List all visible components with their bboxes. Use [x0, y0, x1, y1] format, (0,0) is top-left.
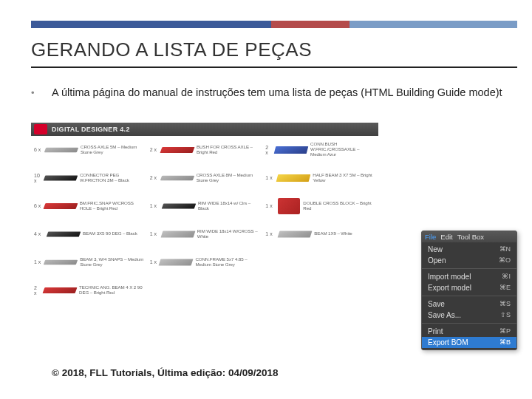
- part-qty: 1 x: [34, 259, 41, 265]
- menu-divider: [422, 323, 516, 324]
- parts-list-screenshot: DIGITAL DESIGNER 4.2 6 xCROSS AXLE 5M – …: [31, 123, 378, 337]
- part-qty: 1 x: [150, 231, 159, 236]
- part-thumb-icon: [44, 147, 78, 151]
- menu-item-save-as-[interactable]: Save As...⇧S: [422, 310, 516, 321]
- part-qty: 2 x: [265, 145, 272, 155]
- parts-cell: 10 xCONNECTOR PEG W.FRICTION 3M – Black: [31, 164, 147, 192]
- menu-item-shortcut: ⌘B: [499, 338, 511, 347]
- menu-item-new[interactable]: New⌘N: [422, 244, 516, 255]
- menu-divider: [422, 296, 516, 296]
- part-thumb-icon: [278, 231, 313, 237]
- parts-cell: [262, 276, 378, 304]
- part-qty: 6 x: [34, 203, 41, 208]
- menu-item-label: Print: [428, 327, 443, 335]
- menu-item-shortcut: ⌘N: [499, 245, 511, 253]
- slide-title: GERANDO A LISTA DE PEÇAS: [31, 38, 517, 61]
- ldd-title-text: DIGITAL DESIGNER 4.2: [52, 126, 130, 133]
- parts-cell: 6 xCROSS AXLE 5M – Medium Stone Grey: [31, 136, 147, 164]
- menu-item-label: Save: [428, 300, 445, 308]
- parts-cell: 2 xBUSH FOR CROSS AXLE – Bright Red: [147, 136, 263, 164]
- part-qty: 1 x: [265, 203, 275, 208]
- part-name: BM.FRIC.SNAP W/CROSS HOLE – Bright Red: [80, 201, 144, 211]
- part-qty: 6 x: [34, 147, 42, 152]
- parts-cell: 1 xHALF BEAM 3 X7 5M – Bright Yellow: [262, 164, 378, 192]
- menu-tab-toolbox[interactable]: Tool Box: [457, 233, 484, 241]
- parts-cell: 1 xRIM WIDE 18x14 W/CROSS – White: [147, 220, 263, 248]
- part-name: HALF BEAM 3 X7 5M – Bright Yellow: [313, 173, 375, 183]
- part-name: BEAM 3X5 90 DEG – Black: [83, 231, 137, 236]
- part-name: CROSS AXLE 5M – Medium Stone Grey: [81, 145, 144, 155]
- part-qty: 1 x: [150, 203, 160, 208]
- part-qty: 10 x: [34, 173, 41, 183]
- parts-cell: 1 xBEAM 1X9 – White: [262, 220, 378, 248]
- parts-cell: [262, 248, 378, 276]
- part-thumb-icon: [160, 231, 195, 237]
- menu-item-label: Export BOM: [428, 338, 468, 347]
- part-qty: 4 x: [34, 231, 44, 236]
- body-paragraph: A última página do manual de instruções …: [52, 86, 510, 100]
- parts-cell: 1 xCONN.FRAME 5x7 4.85 – Medium Stone Gr…: [147, 248, 263, 276]
- part-name: RIM WIDE 18x14 W/CROSS – White: [197, 229, 260, 239]
- menu-tab-file[interactable]: File: [425, 233, 436, 241]
- part-thumb-icon: [44, 175, 78, 180]
- parts-cell: 2 xCONN.BUSH W.FRIC./CROSSAXLE – Medium …: [262, 136, 378, 164]
- part-name: DOUBLE CROSS BLOCK – Bright Red: [303, 201, 375, 211]
- part-name: BUSH FOR CROSS AXLE – Bright Red: [197, 145, 259, 155]
- part-thumb-icon: [43, 202, 78, 208]
- menu-item-label: Export model: [428, 284, 471, 292]
- part-thumb-icon: [160, 146, 194, 152]
- part-name: RIM WIDE 18x14 w/ Clrs – Black: [198, 201, 259, 211]
- menu-item-shortcut: ⌘P: [499, 327, 511, 335]
- part-thumb-icon: [162, 203, 197, 208]
- part-qty: 2 x: [150, 147, 158, 152]
- menu-item-label: Open: [428, 256, 446, 265]
- part-name: TECHNIC ANG. BEAM 4 X 2 90 DEG – Bright …: [79, 285, 144, 296]
- part-thumb-icon: [278, 198, 300, 214]
- menu-item-label: Import model: [428, 273, 471, 281]
- part-qty: 1 x: [265, 231, 276, 236]
- menu-item-shortcut: ⌘I: [502, 273, 511, 281]
- lego-logo-icon: [34, 124, 47, 134]
- part-name: CONNECTOR PEG W.FRICTION 3M – Black: [80, 173, 144, 183]
- menu-item-shortcut: ⇧S: [500, 311, 511, 319]
- part-thumb-icon: [159, 259, 194, 265]
- title-accent-bar: [31, 21, 517, 28]
- menu-item-export-model[interactable]: Export model⌘E: [422, 282, 516, 293]
- menu-item-label: New: [428, 245, 443, 253]
- bullet-marker: •: [31, 87, 35, 98]
- part-name: BEAM 1X9 – White: [314, 231, 352, 236]
- menu-item-shortcut: ⌘E: [499, 284, 511, 292]
- menu-divider: [422, 268, 516, 269]
- part-thumb-icon: [47, 231, 81, 236]
- file-menu-popup: File Edit Tool Box New⌘NOpen⌘OImport mod…: [421, 231, 517, 350]
- menu-item-save[interactable]: Save⌘S: [422, 299, 516, 310]
- menu-item-print[interactable]: Print⌘P: [422, 326, 516, 337]
- menu-tab-edit[interactable]: Edit: [440, 233, 452, 241]
- part-thumb-icon: [44, 259, 78, 264]
- part-thumb-icon: [276, 174, 311, 182]
- ldd-header-bar: DIGITAL DESIGNER 4.2: [31, 123, 378, 136]
- menu-item-shortcut: ⌘S: [499, 300, 511, 308]
- part-thumb-icon: [274, 146, 309, 154]
- parts-cell: 1 xRIM WIDE 18x14 w/ Clrs – Black: [147, 192, 263, 220]
- part-qty: 2 x: [150, 175, 158, 180]
- parts-cell: 2 xCROSS AXLE 8M – Medium Stone Grey: [147, 164, 263, 192]
- menu-item-import-model[interactable]: Import model⌘I: [422, 271, 516, 282]
- part-thumb-icon: [43, 287, 78, 293]
- title-underline: [31, 66, 517, 68]
- parts-cell: 2 xTECHNIC ANG. BEAM 4 X 2 90 DEG – Brig…: [31, 276, 147, 304]
- parts-cell: 6 xBM.FRIC.SNAP W/CROSS HOLE – Bright Re…: [31, 192, 147, 220]
- part-qty: 2 x: [34, 285, 41, 296]
- menu-tabs: File Edit Tool Box: [422, 231, 516, 242]
- footer-copyright: © 2018, FLL Tutorials, Última edição: 04…: [52, 367, 279, 378]
- parts-cell: [147, 276, 263, 304]
- part-name: CONN.BUSH W.FRIC./CROSSAXLE – Medium Azu…: [310, 142, 375, 157]
- parts-cell: 1 xBEAM 3, W/4 SNAPS – Medium Stone Grey: [31, 248, 147, 276]
- parts-cell: 4 xBEAM 3X5 90 DEG – Black: [31, 220, 147, 248]
- part-thumb-icon: [160, 175, 194, 180]
- parts-cell: 1 xDOUBLE CROSS BLOCK – Bright Red: [262, 192, 378, 220]
- menu-item-open[interactable]: Open⌘O: [422, 255, 516, 266]
- part-name: CROSS AXLE 8M – Medium Stone Grey: [197, 173, 260, 183]
- menu-item-export-bom[interactable]: Export BOM⌘B: [422, 337, 516, 348]
- menu-item-shortcut: ⌘O: [499, 256, 511, 265]
